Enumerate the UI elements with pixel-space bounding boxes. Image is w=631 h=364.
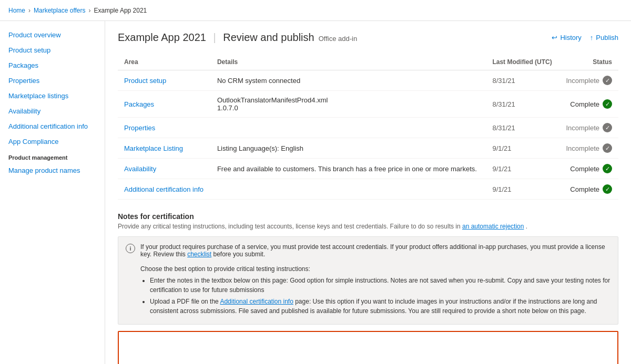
status-icon-incomplete: ✓ — [603, 123, 612, 132]
table-cell-area: Availability — [118, 159, 211, 179]
history-button[interactable]: ↩ History — [552, 34, 581, 41]
header-actions: ↩ History ↑ Publish — [552, 34, 618, 41]
area-link[interactable]: Packages — [124, 100, 154, 108]
breadcrumb: Home › Marketplace offers › Example App … — [8, 7, 147, 14]
bullet-2: Upload a PDF file on the Additional cert… — [150, 297, 610, 316]
bullet-1: Enter the notes in the textbox below on … — [150, 276, 610, 295]
table-cell-details: Free and available to customers. This br… — [211, 159, 486, 179]
table-cell-area: Marketplace Listing — [118, 138, 211, 159]
table-cell-status: Incomplete✓ — [559, 118, 618, 138]
table-cell-area: Properties — [118, 118, 211, 138]
breadcrumb-sep2: › — [89, 7, 91, 14]
table-cell-details — [211, 179, 486, 200]
review-table: Area Details Last Modified (UTC) Status … — [118, 54, 618, 200]
status-text: Complete — [570, 185, 599, 193]
table-cell-status: Complete✓ — [559, 91, 618, 118]
checklist-link[interactable]: checklist — [187, 251, 211, 258]
table-cell-area: Product setup — [118, 70, 211, 91]
info-text-end2: before you submit. — [213, 251, 266, 258]
area-link[interactable]: Additional certification info — [124, 185, 203, 193]
history-icon: ↩ — [552, 34, 557, 41]
area-link[interactable]: Properties — [124, 124, 155, 132]
page-badge: Office add-in — [319, 35, 357, 43]
main-content: Example App 2021 | Review and publish Of… — [105, 21, 631, 364]
table-cell-modified: 9/1/21 — [486, 138, 559, 159]
history-label: History — [560, 34, 581, 41]
col-status: Status — [559, 54, 618, 70]
table-row: Product setupNo CRM system connected8/31… — [118, 70, 618, 91]
table-cell-details: No CRM system connected — [211, 70, 486, 91]
page-header: Example App 2021 | Review and publish Of… — [118, 32, 618, 44]
status-text: Complete — [570, 100, 599, 108]
col-last-modified: Last Modified (UTC) — [486, 54, 559, 70]
notes-section: Notes for certification Provide any crit… — [118, 212, 618, 364]
status-text: Incomplete — [566, 144, 599, 152]
table-row: AvailabilityFree and available to custom… — [118, 159, 618, 179]
col-details: Details — [211, 54, 486, 70]
status-text: Incomplete — [566, 77, 599, 85]
status-text: Complete — [570, 165, 599, 173]
sidebar-item-manage-product-names[interactable]: Manage product names — [0, 163, 105, 178]
notes-description: Provide any critical testing instruction… — [118, 223, 618, 230]
table-row: Marketplace ListingListing Language(s): … — [118, 138, 618, 159]
table-cell-status: Incomplete✓ — [559, 70, 618, 91]
sidebar-item-app-compliance[interactable]: App Compliance — [0, 134, 105, 149]
col-area: Area — [118, 54, 211, 70]
status-text: Incomplete — [566, 124, 599, 132]
table-cell-area: Packages — [118, 91, 211, 118]
area-link[interactable]: Marketplace Listing — [124, 144, 183, 152]
header-publish-label: Publish — [596, 34, 618, 41]
table-row: Additional certification info9/1/21Compl… — [118, 179, 618, 200]
breadcrumb-home[interactable]: Home — [8, 7, 25, 14]
layout: Product overview Product setup Packages … — [0, 21, 631, 364]
sidebar-item-properties[interactable]: Properties — [0, 73, 105, 88]
choose-label: Choose the best option to provide critic… — [140, 265, 310, 273]
table-cell-modified: 9/1/21 — [486, 179, 559, 200]
status-icon-complete: ✓ — [603, 99, 612, 109]
table-cell-details: Listing Language(s): English — [211, 138, 486, 159]
sidebar-item-product-setup[interactable]: Product setup — [0, 43, 105, 58]
app-name: Example App 2021 — [118, 32, 206, 43]
status-icon-complete: ✓ — [603, 164, 612, 173]
table-row: PackagesOutlookTranslatorManifestProd4.x… — [118, 91, 618, 118]
table-cell-modified: 8/31/21 — [486, 70, 559, 91]
table-cell-modified: 9/1/21 — [486, 159, 559, 179]
status-icon-incomplete: ✓ — [603, 143, 612, 153]
auto-rejection-link[interactable]: an automatic rejection — [462, 223, 524, 230]
status-icon-complete: ✓ — [603, 184, 612, 194]
additional-cert-link[interactable]: Additional certification info — [220, 298, 293, 305]
sidebar-item-product-overview[interactable]: Product overview — [0, 27, 105, 43]
sidebar: Product overview Product setup Packages … — [0, 21, 105, 364]
table-cell-modified: 8/31/21 — [486, 118, 559, 138]
sidebar-item-packages[interactable]: Packages — [0, 58, 105, 73]
top-bar: Home › Marketplace offers › Example App … — [0, 0, 631, 21]
info-box: i If your product requires purchase of a… — [118, 236, 618, 325]
table-cell-area: Additional certification info — [118, 179, 211, 200]
info-content: If your product requires purchase of a s… — [140, 243, 610, 318]
area-link[interactable]: Availability — [124, 165, 156, 173]
info-icon: i — [126, 244, 135, 253]
breadcrumb-current: Example App 2021 — [94, 7, 147, 14]
status-icon-incomplete: ✓ — [603, 76, 612, 85]
notes-title: Notes for certification — [118, 212, 618, 221]
publish-icon: ↑ — [590, 34, 594, 41]
table-row: Properties8/31/21Incomplete✓ — [118, 118, 618, 138]
table-cell-modified: 8/31/21 — [486, 91, 559, 118]
table-cell-details: OutlookTranslatorManifestProd4.xml1.0.7.… — [211, 91, 486, 118]
sidebar-section-product-management: Product management — [0, 149, 105, 163]
table-cell-status: Incomplete✓ — [559, 138, 618, 159]
header-publish-button[interactable]: ↑ Publish — [590, 34, 618, 41]
page-title: Example App 2021 | Review and publish — [118, 32, 314, 44]
breadcrumb-marketplace[interactable]: Marketplace offers — [34, 7, 86, 14]
title-separator: | — [213, 32, 219, 43]
sidebar-item-additional-certification[interactable]: Additional certification info — [0, 119, 105, 134]
table-cell-status: Complete✓ — [559, 179, 618, 200]
table-cell-status: Complete✓ — [559, 159, 618, 179]
table-cell-details — [211, 118, 486, 138]
notes-textarea[interactable] — [118, 331, 618, 364]
breadcrumb-sep1: › — [28, 7, 30, 14]
sidebar-item-availability[interactable]: Availability — [0, 103, 105, 119]
area-link[interactable]: Product setup — [124, 77, 166, 85]
review-title: Review and publish — [223, 32, 314, 43]
sidebar-item-marketplace-listings[interactable]: Marketplace listings — [0, 88, 105, 103]
